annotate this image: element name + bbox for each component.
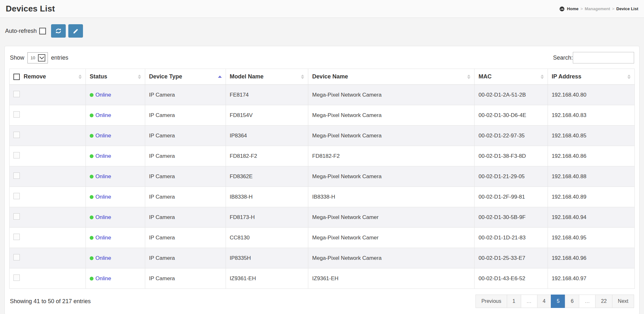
page-length-control: Show 10 entries	[10, 52, 68, 63]
auto-refresh-checkbox[interactable]	[39, 28, 46, 34]
device-name-cell: IZ9361-EH	[308, 268, 475, 289]
column-header-device-type[interactable]: Device Type	[145, 69, 226, 85]
mac-cell: 00-02-D1-2A-51-2B	[475, 85, 548, 105]
search-label: Search:	[553, 55, 573, 61]
column-label: Device Type	[149, 73, 182, 80]
sort-icon	[627, 75, 631, 79]
refresh-button[interactable]	[51, 24, 66, 38]
model-name-cell: FD8182-F2	[226, 146, 308, 166]
breadcrumb-separator: >	[612, 6, 615, 11]
pagination-page-button[interactable]: 6	[565, 295, 579, 308]
row-remove-checkbox[interactable]	[13, 172, 20, 179]
online-status-icon	[90, 175, 94, 179]
model-name-cell: IP8335H	[226, 248, 308, 268]
page-length-value: 10	[30, 55, 36, 60]
column-label: MAC	[478, 73, 491, 80]
model-name-cell: CC8130	[226, 228, 308, 248]
column-label: Model Name	[230, 73, 264, 80]
ip-cell: 192.168.40.97	[548, 268, 634, 289]
status-link[interactable]: Online	[95, 133, 111, 139]
row-remove-checkbox[interactable]	[13, 152, 20, 158]
breadcrumb-home[interactable]: Home	[567, 6, 579, 11]
device-name-cell: Mega-Pixel Network Camera	[308, 166, 475, 187]
row-remove-checkbox[interactable]	[13, 213, 20, 220]
sort-icon	[541, 75, 544, 79]
row-remove-checkbox[interactable]	[13, 274, 20, 281]
pagination-page-button[interactable]: 1	[507, 295, 521, 308]
pagination-page-button[interactable]: 22	[595, 295, 612, 308]
status-link[interactable]: Online	[95, 112, 111, 118]
ip-cell: 192.168.40.89	[548, 187, 634, 207]
edit-button[interactable]	[68, 24, 83, 38]
mac-cell: 00-02-D1-30-5B-9F	[475, 207, 548, 228]
device-type-cell: IP Camera	[145, 166, 226, 187]
status-link[interactable]: Online	[95, 255, 111, 261]
online-status-icon	[90, 277, 94, 281]
pagination-page-button[interactable]: 4	[537, 295, 551, 308]
online-status-icon	[90, 195, 94, 199]
page-length-select[interactable]: 10	[27, 52, 48, 63]
pagination-active-page-button[interactable]: 5	[551, 295, 565, 308]
ip-cell: 192.168.40.80	[548, 85, 634, 105]
column-header-mac[interactable]: MAC	[475, 69, 548, 85]
pagination-previous-button[interactable]: Previous	[476, 295, 507, 308]
mac-cell: 00-02-D1-22-97-35	[475, 126, 548, 146]
table-row: Online IP Camera FD8154V Mega-Pixel Netw…	[10, 105, 635, 126]
table-row: Online IP Camera CC8130 Mega-Pixel Netwo…	[10, 228, 635, 248]
device-name-cell: Mega-Pixel Network Camera	[308, 85, 475, 105]
pagination-next-button[interactable]: Next	[612, 295, 634, 308]
breadcrumb-management[interactable]: Management	[585, 6, 610, 11]
search-input[interactable]	[573, 52, 634, 63]
mac-cell: 00-02-D1-30-D6-4E	[475, 105, 548, 126]
column-header-device-name[interactable]: Device Name	[308, 69, 475, 85]
devices-panel: Show 10 entries Search:	[4, 46, 640, 314]
status-link[interactable]: Online	[95, 275, 111, 281]
status-link[interactable]: Online	[95, 173, 111, 179]
device-type-cell: IP Camera	[145, 228, 226, 248]
table-controls: Show 10 entries Search:	[10, 52, 634, 63]
model-name-cell: IP8364	[226, 126, 308, 146]
column-header-model-name[interactable]: Model Name	[226, 69, 308, 85]
row-remove-checkbox[interactable]	[13, 234, 20, 240]
status-link[interactable]: Online	[95, 153, 111, 159]
device-type-cell: IP Camera	[145, 187, 226, 207]
table-row: Online IP Camera FD8182-F2 FD8182-F2 00-…	[10, 146, 635, 166]
sort-icon	[467, 75, 470, 79]
row-remove-checkbox[interactable]	[13, 132, 20, 138]
model-name-cell: FD8173-H	[226, 207, 308, 228]
status-link[interactable]: Online	[95, 214, 111, 220]
model-name-cell: IZ9361-EH	[226, 268, 308, 289]
devices-table: Remove Status Device Type	[9, 69, 635, 289]
row-remove-checkbox[interactable]	[13, 193, 20, 199]
column-header-ip-address[interactable]: IP Address	[548, 69, 634, 85]
row-remove-checkbox[interactable]	[13, 111, 20, 118]
row-remove-checkbox[interactable]	[13, 254, 20, 260]
sort-icon	[301, 75, 304, 79]
online-status-icon	[90, 113, 94, 117]
column-header-status[interactable]: Status	[86, 69, 145, 85]
status-link[interactable]: Online	[95, 92, 111, 98]
entries-label: entries	[51, 55, 68, 61]
column-label: Device Name	[312, 73, 348, 80]
showing-entries-text: Showing 41 to 50 of 217 entries	[10, 298, 91, 305]
online-status-icon	[90, 154, 94, 158]
status-link[interactable]: Online	[95, 194, 111, 200]
status-link[interactable]: Online	[95, 235, 111, 241]
column-header-remove[interactable]: Remove	[10, 69, 86, 85]
device-name-cell: Mega-Pixel Network Camer	[308, 207, 475, 228]
pagination-ellipsis: …	[579, 295, 595, 308]
breadcrumb-separator: >	[580, 6, 583, 11]
online-status-icon	[90, 215, 94, 219]
device-type-cell: IP Camera	[145, 105, 226, 126]
device-name-cell: IB8338-H	[308, 187, 475, 207]
ip-cell: 192.168.40.96	[548, 248, 634, 268]
auto-refresh-label: Auto-refresh	[5, 28, 37, 34]
mac-cell: 00-02-D1-43-E6-52	[475, 268, 548, 289]
device-type-cell: IP Camera	[145, 146, 226, 166]
row-remove-checkbox[interactable]	[13, 91, 20, 97]
page-header: Devices List Home > Management > Device …	[0, 0, 644, 18]
ip-cell: 192.168.40.85	[548, 126, 634, 146]
table-row: Online IP Camera IP8364 Mega-Pixel Netwo…	[10, 126, 635, 146]
select-all-checkbox[interactable]	[13, 74, 20, 80]
table-row: Online IP Camera FD8173-H Mega-Pixel Net…	[10, 207, 635, 228]
